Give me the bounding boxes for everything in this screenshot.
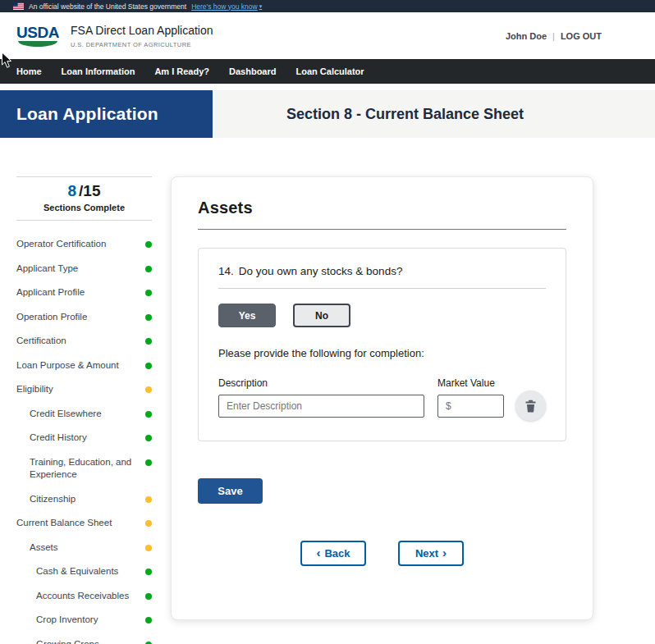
usda-logo-swoosh bbox=[18, 41, 57, 47]
sidebar-item-training-education-and-experience[interactable]: Training, Education, and Experience bbox=[16, 450, 152, 487]
nav-item-loan-calculator[interactable]: Loan Calculator bbox=[286, 59, 374, 84]
sidebar-item-current-balance-sheet[interactable]: Current Balance Sheet bbox=[16, 511, 152, 536]
user-name: John Doe bbox=[506, 31, 547, 41]
sidebar-item-growing-crops[interactable]: Growing Crops bbox=[16, 633, 152, 644]
market-value-input[interactable] bbox=[437, 395, 504, 418]
sidebar-item-eligibility[interactable]: Eligibility bbox=[16, 377, 152, 402]
content: 8/15 Sections Complete Operator Certific… bbox=[0, 138, 655, 644]
sidebar-item-label: Operator Certification bbox=[16, 238, 139, 251]
market-value-label: Market Value bbox=[437, 377, 504, 389]
app-subtitle: U.S. DEPARTMENT OF AGRICULTURE bbox=[71, 41, 213, 48]
question-card: 14. Do you own any stocks & bonds? Yes N… bbox=[198, 248, 566, 441]
logout-link[interactable]: LOG OUT bbox=[561, 31, 602, 41]
sidebar-item-cash-equivalents[interactable]: Cash & Equivalents bbox=[16, 560, 152, 584]
sidebar-item-credit-history[interactable]: Credit History bbox=[16, 426, 152, 450]
delete-row-button[interactable] bbox=[515, 391, 546, 421]
status-dot-in-progress bbox=[145, 386, 152, 393]
gov-banner-text: An official website of the United States… bbox=[29, 2, 186, 11]
question-divider bbox=[218, 288, 546, 289]
sidebar-section-list: Operator CertificationApplicant TypeAppl… bbox=[16, 232, 152, 644]
chevron-down-icon: ▾ bbox=[259, 3, 263, 10]
nav-item-dashboard[interactable]: Dashboard bbox=[219, 59, 286, 84]
status-dot-complete bbox=[145, 569, 152, 575]
how-you-know-link[interactable]: Here's how you know▾ bbox=[191, 2, 262, 11]
status-dot-complete bbox=[145, 435, 152, 441]
sidebar-item-label: Certification bbox=[16, 335, 139, 348]
sidebar-item-loan-purpose-amount[interactable]: Loan Purpose & Amount bbox=[16, 354, 152, 378]
fields-row: Description Market Value bbox=[218, 377, 546, 418]
sidebar-item-label: Applicant Profile bbox=[16, 286, 139, 299]
sidebar-item-applicant-profile[interactable]: Applicant Profile bbox=[16, 281, 152, 305]
us-flag-icon bbox=[13, 2, 24, 10]
app-title: FSA Direct Loan Application bbox=[71, 24, 213, 37]
status-dot-in-progress bbox=[145, 520, 152, 527]
no-button[interactable]: No bbox=[293, 304, 350, 327]
chevron-left-icon: ‹ bbox=[316, 546, 320, 559]
sidebar-item-label: Applicant Type bbox=[16, 263, 139, 276]
sidebar-item-label: Credit History bbox=[30, 432, 139, 445]
next-button-label: Next bbox=[415, 547, 438, 560]
status-dot-in-progress bbox=[145, 496, 152, 503]
header-titles: FSA Direct Loan Application U.S. DEPARTM… bbox=[71, 24, 213, 48]
gov-banner: An official website of the United States… bbox=[0, 0, 655, 12]
sidebar-item-label: Loan Purpose & Amount bbox=[16, 359, 139, 372]
main-nav: HomeLoan InformationAm I Ready?Dashboard… bbox=[0, 59, 655, 84]
sections-counts: 8/15 bbox=[16, 183, 152, 199]
nav-item-loan-information[interactable]: Loan Information bbox=[52, 59, 145, 84]
status-dot-complete bbox=[145, 617, 152, 623]
status-dot-in-progress bbox=[145, 545, 152, 551]
sidebar-item-citizenship[interactable]: Citizenship bbox=[16, 487, 152, 512]
trash-icon bbox=[524, 400, 537, 413]
choice-row: Yes No bbox=[218, 304, 546, 327]
bottom-nav: ‹ Back Next › bbox=[198, 541, 566, 566]
main-nav-list: HomeLoan InformationAm I Ready?Dashboard… bbox=[7, 59, 374, 84]
back-button-label: Back bbox=[324, 547, 350, 560]
sections-complete-label: Sections Complete bbox=[16, 203, 152, 212]
status-dot-complete bbox=[145, 314, 152, 321]
sidebar: 8/15 Sections Complete Operator Certific… bbox=[16, 176, 152, 644]
sidebar-item-label: Growing Crops bbox=[36, 638, 139, 644]
sidebar-item-crop-inventory[interactable]: Crop Inventory bbox=[16, 608, 152, 633]
status-dot-complete bbox=[145, 290, 152, 296]
sidebar-item-certification[interactable]: Certification bbox=[16, 329, 152, 354]
sidebar-item-label: Citizenship bbox=[30, 493, 139, 506]
loan-application-title: Loan Application bbox=[0, 90, 213, 138]
sidebar-item-label: Assets bbox=[30, 541, 139, 555]
nav-item-am-i-ready[interactable]: Am I Ready? bbox=[144, 59, 219, 84]
user-area: John Doe | LOG OUT bbox=[506, 31, 602, 41]
status-dot-complete bbox=[145, 593, 152, 600]
question-text: Do you own any stocks & bonds? bbox=[239, 265, 403, 277]
description-input[interactable] bbox=[218, 395, 424, 418]
description-label: Description bbox=[218, 377, 424, 389]
usda-logo[interactable]: USDA bbox=[16, 25, 59, 47]
question-line: 14. Do you own any stocks & bonds? bbox=[218, 265, 546, 277]
nav-item-home[interactable]: Home bbox=[7, 59, 52, 84]
usda-logo-text: USDA bbox=[16, 25, 59, 40]
sidebar-item-label: Cash & Equivalents bbox=[36, 565, 139, 578]
sidebar-item-assets[interactable]: Assets bbox=[16, 536, 152, 560]
status-dot-complete bbox=[145, 459, 152, 466]
yes-button[interactable]: Yes bbox=[218, 304, 276, 327]
sidebar-item-label: Training, Education, and Experience bbox=[30, 456, 139, 482]
chevron-right-icon: › bbox=[442, 546, 447, 559]
status-dot-complete bbox=[145, 266, 152, 272]
sidebar-item-applicant-type[interactable]: Applicant Type bbox=[16, 257, 152, 281]
sidebar-item-accounts-receivables[interactable]: Accounts Receivables bbox=[16, 584, 152, 609]
market-value-field: Market Value bbox=[437, 377, 504, 418]
sidebar-item-operation-profile[interactable]: Operation Profile bbox=[16, 305, 152, 330]
sidebar-item-credit-elsewhere[interactable]: Credit Elsewhere bbox=[16, 402, 152, 427]
status-dot-complete bbox=[145, 338, 152, 345]
status-dot-complete bbox=[145, 241, 152, 248]
save-button[interactable]: Save bbox=[198, 478, 263, 504]
instruction-text: Please provide the following for complet… bbox=[218, 347, 546, 359]
next-button[interactable]: Next › bbox=[398, 541, 464, 566]
sidebar-item-operator-certification[interactable]: Operator Certification bbox=[16, 232, 152, 257]
sidebar-item-label: Current Balance Sheet bbox=[16, 517, 139, 530]
title-band: Loan Application Section 8 - Current Bal… bbox=[0, 90, 655, 138]
sections-complete-count: 8 bbox=[68, 182, 77, 199]
sidebar-item-label: Credit Elsewhere bbox=[30, 408, 139, 421]
sections-complete-counter: 8/15 Sections Complete bbox=[16, 176, 152, 221]
sidebar-item-label: Accounts Receivables bbox=[36, 590, 139, 603]
back-button[interactable]: ‹ Back bbox=[300, 541, 366, 566]
status-dot-complete bbox=[145, 411, 152, 418]
